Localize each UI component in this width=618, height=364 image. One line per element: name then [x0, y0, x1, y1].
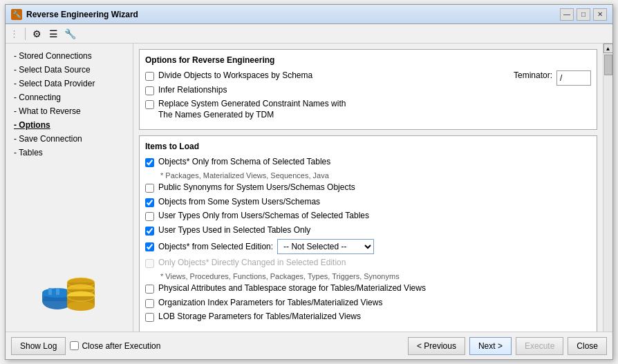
bottom-bar: Show Log Close after Execution < Previou…: [6, 332, 612, 359]
window-controls: — □ ✕: [560, 8, 607, 21]
checkbox-divide-input[interactable]: [145, 72, 154, 81]
sidebar-item-stored-connections[interactable]: - Stored Connections: [6, 49, 133, 63]
svg-rect-4: [56, 288, 59, 295]
checkbox-divide-label[interactable]: Divide Objects to Workspaces by Schema: [158, 70, 312, 82]
toolbar-btn-2[interactable]: ☰: [46, 26, 61, 41]
checkbox-replace-label[interactable]: Replace System Generated Constraint Name…: [158, 99, 346, 120]
checkbox-divide: Divide Objects to Workspaces by Schema: [145, 70, 514, 82]
scrollable-content[interactable]: Options for Reverse Engineering Divide O…: [133, 44, 603, 332]
sidebar-item-save-connection[interactable]: - Save Connection: [6, 132, 133, 146]
checkbox-user-types-selected-input[interactable]: [145, 227, 154, 236]
items-section-title: Items to Load: [145, 142, 591, 151]
checkbox-synonyms-label[interactable]: Public Synonyms for System Users/Schemas…: [158, 182, 355, 193]
checkbox-objects-system: Objects from Some System Users/Schemas: [145, 197, 591, 208]
toolbar: ⋮ ⚙ ☰ 🔧: [6, 24, 612, 44]
main-content: - Stored Connections - Select Data Sourc…: [6, 44, 612, 332]
checkbox-infer-label[interactable]: Infer Relationships: [158, 85, 227, 96]
checkbox-physical-label[interactable]: Physical Attributes and Tablespace stora…: [158, 283, 426, 294]
execute-button[interactable]: Execute: [516, 337, 563, 355]
main-window: 🔧 Reverse Engineering Wizard — □ ✕ ⋮ ⚙ ☰…: [5, 4, 613, 360]
toolbar-btn-3[interactable]: 🔧: [62, 26, 77, 41]
checkbox-objects-schema-label[interactable]: Objects* Only from Schema of Selected Ta…: [158, 157, 330, 168]
app-icon: 🔧: [11, 9, 22, 20]
options-section-title: Options for Reverse Engineering: [145, 55, 591, 65]
toolbar-separator-dots: ⋮: [10, 28, 19, 39]
items-section: Items to Load Objects* Only from Schema …: [139, 135, 597, 332]
minimize-button[interactable]: —: [560, 8, 574, 21]
checkbox-objects-system-label[interactable]: Objects from Some System Users/Schemas: [158, 197, 320, 208]
show-log-button[interactable]: Show Log: [11, 337, 66, 355]
window-title: Reverse Engineering Wizard: [26, 10, 560, 19]
close-after-checkbox[interactable]: [70, 341, 79, 350]
svg-rect-3: [48, 288, 52, 295]
checkbox-org-index: Organization Index Parameters for Tables…: [145, 298, 591, 309]
checkbox-only-objects-input: [145, 259, 154, 268]
sidebar-item-options[interactable]: - Options: [6, 118, 133, 132]
previous-button[interactable]: < Previous: [408, 337, 465, 355]
indent-text-1: * Packages, Materialized Views, Sequence…: [160, 171, 591, 180]
checkbox-objects-edition-label[interactable]: Objects* from Selected Edition:: [158, 242, 273, 251]
checkbox-user-types-selected: User Types Used in Selected Tables Only: [145, 225, 591, 236]
checkbox-infer: Infer Relationships: [145, 85, 514, 96]
sidebar: - Stored Connections - Select Data Sourc…: [6, 44, 133, 332]
terminator-input[interactable]: [556, 70, 591, 86]
options-left: Divide Objects to Workspaces by Schema I…: [145, 70, 514, 124]
scrollbar-up-btn[interactable]: ▲: [603, 44, 613, 53]
checkbox-infer-input[interactable]: [145, 86, 154, 95]
close-button[interactable]: ✕: [593, 8, 607, 21]
indent-text-2: * Views, Procedures, Functions, Packages…: [160, 272, 591, 280]
checkbox-lob-storage-input[interactable]: [145, 313, 154, 322]
checkbox-objects-system-input[interactable]: [145, 198, 154, 207]
checkbox-lob-storage-label[interactable]: LOB Storage Parameters for Tables/Materi…: [158, 312, 361, 323]
sidebar-item-select-data-source[interactable]: - Select Data Source: [6, 63, 133, 77]
scrollbar[interactable]: ▲: [603, 44, 612, 332]
next-button[interactable]: Next >: [469, 337, 512, 355]
title-bar: 🔧 Reverse Engineering Wizard — □ ✕: [6, 5, 612, 24]
checkbox-only-objects: Only Objects* Directly Changed in Select…: [145, 258, 591, 269]
checkbox-user-types: User Types Only from Users/Schemas of Se…: [145, 211, 591, 222]
maximize-button[interactable]: □: [577, 8, 590, 21]
checkbox-lob-storage: LOB Storage Parameters for Tables/Materi…: [145, 312, 591, 323]
edition-select[interactable]: -- Not Selected --: [277, 239, 374, 254]
toolbar-separator-1: [25, 28, 26, 40]
checkbox-synonyms-input[interactable]: [145, 184, 154, 193]
close-button-bottom[interactable]: Close: [568, 337, 607, 355]
checkbox-user-types-selected-label[interactable]: User Types Used in Selected Tables Only: [158, 225, 310, 236]
sidebar-item-what-to-reverse[interactable]: - What to Reverse: [6, 104, 133, 118]
sidebar-icon-area: [6, 252, 133, 326]
close-after-text: Close after Execution: [82, 341, 160, 351]
scrollbar-thumb[interactable]: [604, 55, 612, 75]
terminator-group: Teminator:: [514, 70, 591, 86]
checkbox-objects-schema: Objects* Only from Schema of Selected Ta…: [145, 157, 591, 168]
toolbar-btn-1[interactable]: ⚙: [29, 26, 44, 41]
checkbox-synonyms: Public Synonyms for System Users/Schemas…: [145, 182, 591, 193]
checkbox-only-objects-label: Only Objects* Directly Changed in Select…: [158, 258, 346, 269]
edition-row: Objects* from Selected Edition: -- Not S…: [145, 239, 591, 254]
checkbox-objects-edition-input[interactable]: [145, 242, 154, 251]
checkbox-physical-input[interactable]: [145, 285, 154, 294]
checkbox-user-types-input[interactable]: [145, 212, 154, 221]
checkbox-org-index-label[interactable]: Organization Index Parameters for Tables…: [158, 298, 382, 309]
sidebar-item-tables[interactable]: - Tables: [6, 146, 133, 160]
checkbox-org-index-input[interactable]: [145, 299, 154, 308]
options-row: Divide Objects to Workspaces by Schema I…: [145, 70, 591, 124]
checkbox-physical: Physical Attributes and Tablespace stora…: [145, 283, 591, 294]
sidebar-item-select-data-provider[interactable]: - Select Data Provider: [6, 77, 133, 90]
checkbox-replace: Replace System Generated Constraint Name…: [145, 99, 514, 120]
checkbox-objects-schema-input[interactable]: [145, 158, 154, 167]
checkbox-replace-input[interactable]: [145, 100, 154, 109]
right-panel: Options for Reverse Engineering Divide O…: [133, 44, 603, 332]
terminator-label: Teminator:: [514, 70, 552, 80]
sidebar-item-connecting[interactable]: - Connecting: [6, 90, 133, 104]
checkbox-user-types-label[interactable]: User Types Only from Users/Schemas of Se…: [158, 211, 369, 222]
db-icon: [38, 263, 100, 315]
svg-point-11: [67, 301, 95, 311]
options-section: Options for Reverse Engineering Divide O…: [139, 49, 597, 130]
close-after-label[interactable]: Close after Execution: [70, 341, 160, 351]
